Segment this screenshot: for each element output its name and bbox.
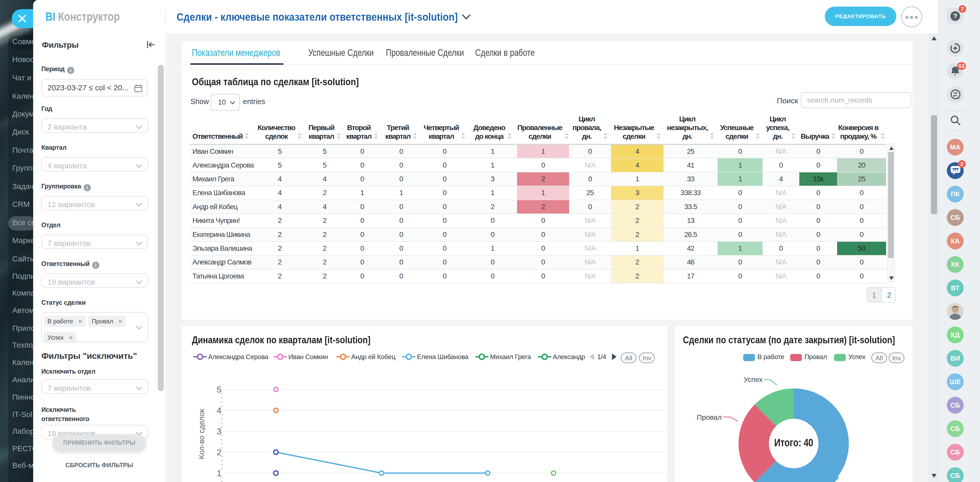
svg-text:1: 1 [217,468,221,478]
svg-text:3: 3 [217,427,221,436]
svg-text:Кол-во сделок: Кол-во сделок [197,409,206,459]
svg-text:2: 2 [217,447,221,457]
svg-text:Провал: Провал [697,414,722,421]
svg-text:Итого: 40: Итого: 40 [774,437,813,448]
svg-text:4: 4 [217,406,221,415]
svg-text:Успех: Успех [744,376,762,384]
svg-text:5: 5 [217,385,221,394]
